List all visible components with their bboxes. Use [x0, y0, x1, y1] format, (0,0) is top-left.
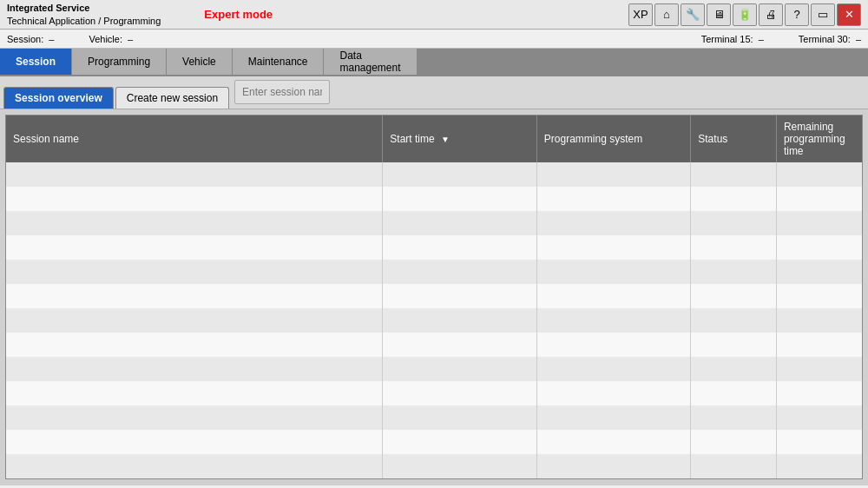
table-cell	[776, 381, 862, 406]
table-row[interactable]	[6, 187, 862, 211]
table-cell	[6, 284, 383, 308]
table-cell	[691, 211, 777, 235]
table-cell	[6, 430, 383, 454]
table-cell	[383, 284, 536, 308]
minimize-button[interactable]: ▭	[811, 3, 835, 26]
tab-maintenance[interactable]: Maintenance	[233, 49, 325, 75]
col-programming-system: Programming system	[536, 115, 690, 162]
table-cell	[536, 357, 690, 381]
sub-nav: Session overview Create new session	[0, 76, 868, 109]
table-cell	[383, 260, 536, 284]
table-row[interactable]	[6, 284, 862, 308]
table-row[interactable]	[6, 260, 862, 284]
table-cell	[536, 187, 690, 211]
table-cell	[383, 235, 536, 260]
expert-mode-label: Expert mode	[204, 8, 273, 21]
table-row[interactable]	[6, 235, 862, 260]
nav-filler	[418, 49, 868, 75]
table-cell	[6, 381, 383, 406]
table-cell	[383, 333, 536, 357]
col-start-time[interactable]: Start time ▼	[383, 115, 536, 162]
table-row[interactable]	[6, 406, 862, 430]
terminal30-info: Terminal 30: –	[799, 34, 861, 44]
table-row[interactable]	[6, 357, 862, 381]
table-cell	[383, 308, 536, 333]
create-new-session-button[interactable]: Create new session	[115, 87, 229, 109]
col-remaining-time: Remaining programming time	[776, 115, 862, 162]
table-row[interactable]	[6, 430, 862, 454]
table-cell	[776, 187, 862, 211]
toolbar-icons: XP ⌂ 🔧 🖥 🔋 🖨 ? ▭ ✕	[628, 3, 861, 26]
table-cell	[776, 260, 862, 284]
tab-vehicle[interactable]: Vehicle	[167, 49, 233, 75]
table-cell	[776, 284, 862, 308]
sort-icon: ▼	[441, 135, 450, 144]
table-cell	[6, 406, 383, 430]
table-header-row: Session name Start time ▼ Programming sy…	[6, 115, 862, 162]
table-cell	[536, 333, 690, 357]
table-cell	[691, 454, 777, 478]
home-button[interactable]: ⌂	[654, 3, 679, 26]
table-body	[6, 162, 862, 478]
vehicle-info: Vehicle: –	[89, 34, 133, 44]
terminal15-info: Terminal 15: –	[701, 34, 764, 44]
table-cell	[6, 235, 383, 260]
table-cell	[383, 381, 536, 406]
tab-programming[interactable]: Programming	[72, 49, 167, 75]
table-cell	[536, 308, 690, 333]
table-cell	[536, 162, 690, 187]
session-overview-button[interactable]: Session overview	[3, 87, 114, 109]
table-cell	[691, 430, 777, 454]
col-status: Status	[691, 115, 777, 162]
table-cell	[691, 284, 777, 308]
table-row[interactable]	[6, 162, 862, 187]
table-cell	[536, 211, 690, 235]
session-info: Session: –	[7, 34, 54, 44]
table-cell	[383, 162, 536, 187]
table-cell	[383, 187, 536, 211]
col-session-name: Session name	[6, 115, 383, 162]
session-name-input[interactable]	[234, 80, 330, 104]
app-title: Integrated Service Technical Application…	[7, 2, 161, 27]
table-row[interactable]	[6, 308, 862, 333]
tab-data-management[interactable]: Datamanagement	[324, 49, 417, 75]
table-cell	[383, 454, 536, 478]
session-table: Session name Start time ▼ Programming sy…	[6, 115, 862, 478]
table-row[interactable]	[6, 454, 862, 478]
table-cell	[691, 162, 777, 187]
table-cell	[776, 357, 862, 381]
table-cell	[6, 211, 383, 235]
table-cell	[776, 162, 862, 187]
table-cell	[536, 260, 690, 284]
table-cell	[383, 406, 536, 430]
table-cell	[691, 381, 777, 406]
print-button[interactable]: 🖨	[759, 3, 783, 26]
table-cell	[691, 406, 777, 430]
save-button[interactable]: 🖥	[707, 3, 731, 26]
info-bar: Session: – Vehicle: – Terminal 15: – Ter…	[0, 30, 868, 49]
table-cell	[691, 308, 777, 333]
table-cell	[776, 454, 862, 478]
table-cell	[776, 235, 862, 260]
table-row[interactable]	[6, 211, 862, 235]
tools-button[interactable]: 🔧	[681, 3, 705, 26]
table-cell	[691, 333, 777, 357]
nav-tabs: Session Programming Vehicle Maintenance …	[0, 49, 868, 76]
table-cell	[536, 430, 690, 454]
table-cell	[691, 357, 777, 381]
help-button[interactable]: ?	[785, 3, 809, 26]
table-cell	[776, 430, 862, 454]
close-button[interactable]: ✕	[837, 3, 861, 26]
table-cell	[691, 235, 777, 260]
tab-session[interactable]: Session	[0, 49, 72, 75]
table-cell	[776, 308, 862, 333]
table-cell	[383, 430, 536, 454]
table-row[interactable]	[6, 333, 862, 357]
table-cell	[691, 260, 777, 284]
table-row[interactable]	[6, 381, 862, 406]
xp-button[interactable]: XP	[628, 3, 653, 26]
battery-button[interactable]: 🔋	[733, 3, 757, 26]
table-cell	[776, 406, 862, 430]
table-cell	[6, 162, 383, 187]
table-cell	[536, 454, 690, 478]
